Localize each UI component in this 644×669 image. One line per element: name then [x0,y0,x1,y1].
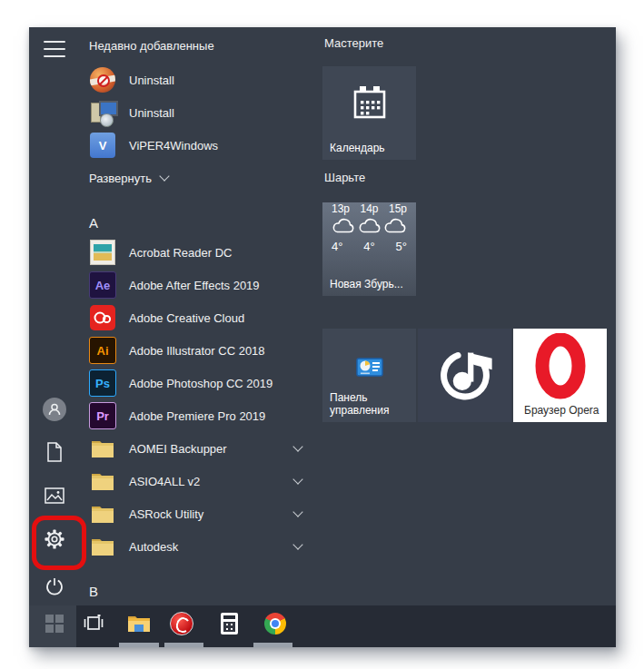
illustrator-icon: Ai [89,337,116,364]
power-icon [45,577,64,598]
list-item[interactable]: ASRock Utility [89,497,307,530]
tile-label: Панель управления [330,391,416,417]
red-app-icon [170,612,193,635]
sidebar-item-pictures[interactable] [42,484,67,509]
chrome-button[interactable] [260,605,291,642]
expand-link[interactable]: Развернуть [89,162,307,194]
control-panel-tile[interactable]: Панель управления [322,329,416,422]
folder-icon [89,533,116,560]
list-item[interactable]: Acrobat Reader DC [89,236,307,269]
chevron-down-icon [292,507,302,517]
cloud-icon [332,217,355,239]
uninstall-ball-icon [89,66,116,93]
task-view-button[interactable] [78,605,109,642]
list-item[interactable]: Ae Adobe After Effects 2019 [89,269,307,301]
file-explorer-button[interactable] [124,605,154,642]
section-letter-b[interactable]: B [89,563,307,605]
music-note-icon [430,339,500,413]
photoshop-icon: Ps [89,369,116,397]
pictures-icon [45,487,64,507]
running-app-indicator [119,643,159,647]
list-item[interactable]: Adobe Creative Cloud [89,301,307,334]
weather-tile[interactable]: 13р 14р 15р 4° 4° 5° Новая Збурь... [322,202,416,296]
chevron-down-icon [292,441,302,451]
tile-label: Календарь [330,142,385,154]
document-icon [46,442,63,465]
control-panel-icon [355,356,384,383]
calculator-button[interactable] [213,605,244,642]
running-app-indicator [253,643,292,647]
cloud-icon [358,217,381,239]
folder-icon [89,467,116,495]
hamburger-menu-button[interactable] [44,41,65,57]
calendar-icon [349,83,391,128]
windows-logo-icon [45,615,64,633]
list-item[interactable]: Uninstall [89,96,307,129]
opera-tile[interactable]: Браузер Opera [513,329,607,422]
music-tile[interactable] [418,329,511,422]
folder-icon [89,500,116,527]
uninstall-pc-icon [89,99,116,126]
list-item[interactable]: V ViPER4Windows [89,129,307,162]
calendar-tile[interactable]: Календарь [322,66,416,160]
start-button[interactable] [39,605,70,642]
red-app-button[interactable] [166,605,197,642]
taskbar [29,605,616,647]
chrome-icon [264,613,286,635]
list-item[interactable]: ASIO4ALL v2 [89,465,307,497]
task-view-icon [83,612,104,636]
list-item[interactable]: Uninstall [89,64,307,96]
acrobat-reader-icon [89,239,116,266]
file-explorer-icon [127,614,151,634]
hamburger-icon [44,41,65,43]
chevron-down-icon [292,539,302,549]
creative-cloud-icon [89,304,116,331]
start-menu-area: Недавно добавленные Uninstall Uninstall … [29,27,616,605]
section-letter-a[interactable]: A [89,194,307,236]
app-list: Недавно добавленные Uninstall Uninstall … [89,27,307,605]
sidebar-item-power[interactable] [42,575,67,600]
running-app-indicator [164,643,203,647]
chevron-down-icon [292,474,302,484]
tile-label: Браузер Opera [524,404,599,417]
tiles-area: Мастерите Календарь [322,27,613,422]
tile-group-title: Шарьте [324,169,611,193]
settings-highlight-annotation [32,516,86,570]
list-item[interactable]: Ps Adobe Photoshop CC 2019 [89,367,307,399]
viper4windows-icon: V [89,132,116,159]
sidebar-item-user[interactable] [42,397,67,422]
sidebar-item-documents[interactable] [42,440,67,466]
cloud-icon [383,217,407,239]
start-sidebar [29,27,80,605]
recent-apps-header: Недавно добавленные [89,36,307,64]
weather-location-label: Новая Збурь... [330,278,403,290]
chevron-down-icon [159,171,169,181]
start-menu-panel: Недавно добавленные Uninstall Uninstall … [29,27,616,647]
user-avatar-icon [43,398,66,421]
list-item[interactable]: AOMEI Backupper [89,432,307,465]
list-item[interactable]: Pr Adobe Premiere Pro 2019 [89,399,307,432]
tile-group-title: Мастерите [324,34,611,59]
folder-icon [89,435,116,462]
calculator-icon [221,613,238,635]
opera-logo-icon [531,333,590,406]
after-effects-icon: Ae [89,271,116,299]
list-item[interactable]: Autodesk [89,530,307,563]
premiere-icon: Pr [89,402,116,429]
list-item[interactable]: Ai Adobe Illustrator CC 2018 [89,334,307,367]
